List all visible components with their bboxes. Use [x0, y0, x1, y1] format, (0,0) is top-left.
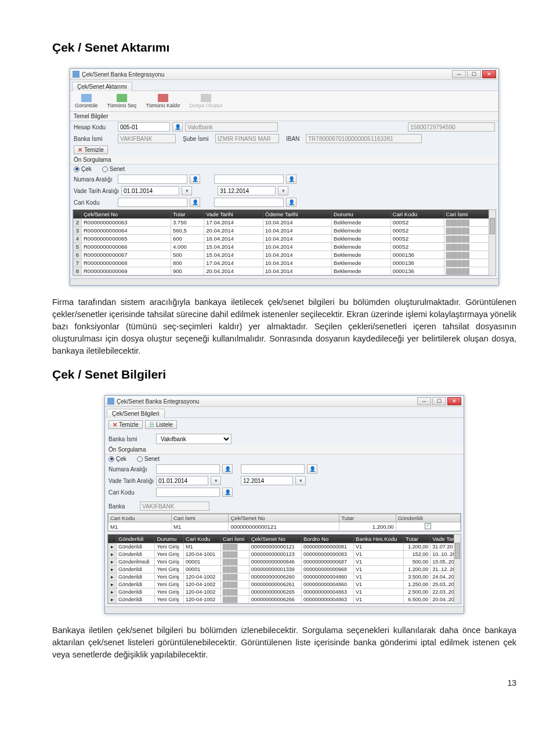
cari-from-input[interactable] [156, 488, 220, 497]
cek-radio[interactable]: Çek [108, 456, 126, 462]
onsorgulama-header: Ön Sorgulama [70, 155, 498, 165]
window-title: Çek/Senet Banka Entegrasyonu [117, 398, 417, 405]
vade-label: Vade Tarih Aralığı [108, 478, 154, 484]
temizle-button[interactable]: ✕Temizle [74, 146, 108, 154]
minimize-button[interactable]: ─ [417, 397, 431, 405]
tumunu-sec-button[interactable]: Tümünü Seç [105, 93, 139, 110]
minimize-button[interactable]: ─ [452, 70, 466, 78]
table-row[interactable]: M1M10000000000001211.200,00 [108, 522, 461, 531]
picker-icon[interactable]: 👤 [222, 464, 233, 474]
table-row[interactable]: 6R000000000006750015.04.201410.04.2014Be… [74, 251, 495, 259]
grid-lower: GönderildiDurumuCari KoduCari İsmiÇek/Se… [107, 534, 461, 604]
table-row[interactable]: ▸GönderildiYeni GirişM1████0000000000001… [108, 543, 461, 551]
titlebar: Çek/Senet Banka Entegrasyonu ─ ☐ ✕ [70, 69, 498, 80]
table-row[interactable]: 4R000000000006560018.04.201410.04.2014Be… [74, 235, 495, 243]
calendar-icon[interactable]: ▾ [278, 186, 288, 195]
table-row[interactable]: ▸GönderildiYeni Giriş00001████0000000000… [108, 566, 461, 573]
sube-input [215, 134, 279, 143]
clear-icon: ✕ [78, 147, 82, 153]
hesap-input[interactable] [118, 122, 170, 132]
numara-from-input[interactable] [118, 175, 187, 184]
onsorgu-header: Ön Sorgulama [105, 445, 464, 455]
bankasec-label: Banka [108, 503, 138, 510]
numara-to-input[interactable] [214, 175, 284, 184]
numara-from-input[interactable] [156, 464, 220, 474]
close-button[interactable]: ✕ [447, 397, 461, 405]
horizontal-scrollbar[interactable] [105, 606, 464, 613]
clear-icon: ✕ [113, 421, 117, 428]
calendar-icon[interactable]: ▾ [182, 186, 192, 195]
table-row[interactable]: 7R000000000006880017.04.201410.04.2014Be… [74, 259, 495, 267]
picker-icon[interactable]: 👤 [190, 198, 200, 207]
table-row[interactable]: ▸GönderildiYeni Giriş120-04-1001████0000… [108, 551, 461, 558]
table-row[interactable]: ▸GönderildiYeni Giriş120-04-1002████0000… [108, 596, 461, 604]
bank-display [185, 122, 278, 132]
paragraph-1: Firma tarafından sistem aracılığıyla ban… [52, 296, 516, 357]
temel-bilgiler-header: Temel Bilgiler [70, 112, 498, 121]
tab-bilgileri[interactable]: Çek/Senet Bilgileri [107, 409, 165, 418]
cari-label: Cari Kodu [108, 489, 154, 496]
vertical-scrollbar[interactable] [489, 210, 495, 275]
heading-bilgileri: Çek / Senet Bilgileri [52, 368, 516, 381]
horizontal-scrollbar[interactable] [70, 278, 498, 285]
table-row[interactable]: 5R00000000000664.00015.04.201410.04.2014… [74, 243, 495, 251]
vade-from-input[interactable] [156, 476, 208, 485]
dosya-olustur-button[interactable]: Dosya Oluştur [187, 93, 225, 110]
app-icon [73, 71, 79, 78]
cek-radio[interactable]: Çek [74, 166, 92, 172]
listele-button[interactable]: ☰Listele [145, 420, 177, 429]
tab-aktarim[interactable]: Çek/Senet Aktarımı [72, 82, 132, 91]
numara-to-input[interactable] [241, 464, 305, 474]
iban-input [306, 134, 422, 143]
senet-radio[interactable]: Senet [102, 166, 125, 172]
titlebar: Çek/Senet Banka Entegrasyonu ─ ☐ ✕ [105, 396, 464, 407]
vertical-scrollbar[interactable] [454, 535, 461, 604]
numara-label: Numara Aralığı [108, 466, 154, 472]
maximize-button[interactable]: ☐ [467, 70, 481, 78]
picker-icon[interactable]: 👤 [222, 488, 233, 497]
table-row[interactable]: 3R0000000000064560,520.04.201410.04.2014… [74, 227, 495, 235]
temizle-button[interactable]: ✕Temizle [108, 420, 143, 429]
list-icon: ☰ [149, 421, 154, 428]
window-title: Çek/Senet Banka Entegrasyonu [82, 71, 452, 78]
window-aktarim: Çek/Senet Banka Entegrasyonu ─ ☐ ✕ Çek/S… [70, 68, 499, 286]
close-button[interactable]: ✕ [482, 70, 496, 78]
table-row[interactable]: ▸GönderildiYeni Giriş120-04-1002████0000… [108, 573, 461, 581]
picker-icon[interactable]: 👤 [190, 175, 200, 184]
table-row[interactable]: 8R000000000006990020.04.201410.04.2014Be… [74, 267, 495, 275]
paragraph-2: Bankaya iletilen çek/senet bilgileri bu … [52, 624, 516, 661]
cari-to-input[interactable] [214, 198, 284, 207]
view-icon [81, 94, 92, 102]
grid-upper: Cari KoduCari İsmiÇek/Senet NoTutarGönde… [107, 513, 461, 532]
calendar-icon[interactable]: ▾ [295, 476, 306, 485]
vade-from-input[interactable] [121, 186, 179, 195]
banka-label: Banka İsmi [108, 436, 154, 442]
banka-display [140, 501, 209, 511]
picker-icon[interactable]: 👤 [307, 464, 317, 474]
calendar-icon[interactable]: ▾ [211, 476, 221, 485]
table-row[interactable]: ▸GönderildiYeni Giriş120-04-1002████0000… [108, 581, 461, 588]
picker-icon[interactable]: 👤 [286, 198, 296, 207]
toolbar: Görüntüle Tümünü Seç Tümünü Kaldır Dosya… [70, 90, 498, 112]
hesap-label: Hesap Kodu [74, 124, 115, 130]
banka-select[interactable]: Vakıfbank [156, 434, 232, 444]
table-row[interactable]: ▸GönderilmediYeni Giriş00001████00000000… [108, 558, 461, 566]
senet-radio[interactable]: Senet [137, 456, 160, 462]
banka-label: Banka İsmi [74, 136, 115, 142]
vade-to-input[interactable] [241, 476, 293, 485]
hesap-picker-icon[interactable]: 👤 [172, 122, 183, 132]
picker-icon[interactable]: 👤 [286, 175, 296, 184]
banka-input [118, 134, 176, 143]
table-row[interactable]: ▸GönderildiYeni Giriş120-04-1002████0000… [108, 588, 461, 596]
vade-to-input[interactable] [218, 186, 276, 195]
tumunu-kaldir-button[interactable]: Tümünü Kaldır [144, 93, 183, 110]
maximize-button[interactable]: ☐ [432, 397, 446, 405]
numara-label: Numara Aralığı [74, 176, 115, 183]
vade-label: Vade Tarih Aralığı [74, 188, 119, 194]
x-icon [158, 94, 168, 102]
heading-aktarim: Çek / Senet Aktarımı [52, 41, 516, 54]
cari-from-input[interactable] [118, 198, 187, 207]
goruntule-button[interactable]: Görüntüle [73, 93, 100, 110]
table-row[interactable]: 2R00000000000633.75017.04.201410.04.2014… [74, 219, 495, 227]
window-bilgileri: Çek/Senet Banka Entegrasyonu ─ ☐ ✕ Çek/S… [104, 395, 464, 614]
